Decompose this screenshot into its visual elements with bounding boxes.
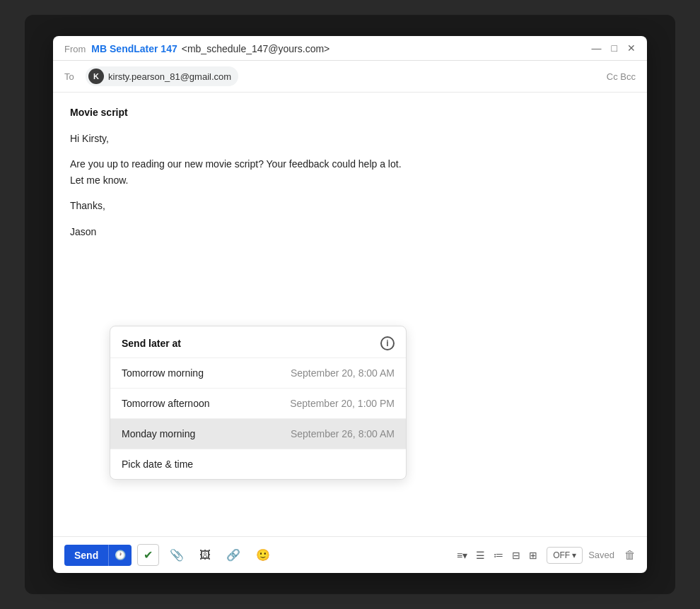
email-line2: Are you up to reading our new movie scri… — [70, 158, 402, 170]
image-button[interactable]: 🖼 — [194, 545, 216, 565]
email-thanks: Thanks, — [70, 198, 630, 213]
link-icon: 🔗 — [226, 549, 240, 561]
send-clock-button[interactable]: 🕐 — [108, 545, 132, 566]
email-body: Movie script Hi Kirsty, Are you up to re… — [53, 93, 647, 536]
option-label-1: Tomorrow afternoon — [122, 398, 210, 409]
email-greeting: Hi Kirsty, — [70, 131, 630, 146]
cc-bcc-button[interactable]: Cc Bcc — [607, 71, 636, 82]
sender-name: MB SendLater 147 — [91, 43, 177, 54]
email-subject: Movie script — [70, 107, 630, 118]
minimize-button[interactable]: — — [592, 43, 602, 53]
maximize-button[interactable]: □ — [612, 43, 617, 53]
attachment-icon: 📎 — [170, 549, 184, 561]
email-line3: Let me know. — [70, 175, 129, 186]
email-content: Are you up to reading our new movie scri… — [70, 156, 630, 188]
send-later-header: Send later at i — [110, 326, 406, 358]
trash-icon: 🗑 — [624, 549, 636, 561]
image-icon: 🖼 — [199, 549, 211, 561]
to-row: To K kirsty.pearson_81@gmail.com Cc Bcc — [53, 61, 647, 93]
info-icon[interactable]: i — [380, 336, 395, 350]
recipient-chip[interactable]: K kirsty.pearson_81@gmail.com — [86, 66, 238, 86]
indent-decrease-button[interactable]: ⊟ — [508, 547, 524, 564]
align-button[interactable]: ≡▾ — [453, 547, 471, 564]
option-label-2: Monday morning — [122, 428, 195, 439]
emoji-button[interactable]: 🙂 — [251, 545, 275, 565]
off-toggle[interactable]: OFF ▾ — [547, 547, 583, 564]
window-wrapper: From MB SendLater 147 <mb_schedule_147@y… — [25, 15, 675, 594]
email-text: Hi Kirsty, Are you up to reading our new… — [70, 131, 630, 240]
toolbar-format-group: ≡▾ ☰ ≔ ⊟ ⊞ — [453, 547, 541, 564]
from-label: From — [64, 44, 86, 54]
saved-label: Saved — [588, 550, 614, 560]
option-date-0: September 20, 8:00 AM — [291, 367, 395, 379]
to-label: To — [64, 71, 78, 82]
option-date-1: September 20, 1:00 PM — [290, 398, 395, 409]
option-label-3: Pick date & time — [122, 459, 193, 470]
avatar: K — [88, 69, 104, 84]
title-bar: From MB SendLater 147 <mb_schedule_147@y… — [53, 36, 647, 61]
delete-button[interactable]: 🗑 — [624, 549, 636, 562]
check-button[interactable]: ✔ — [137, 544, 159, 566]
close-button[interactable]: ✕ — [627, 43, 636, 53]
indent-increase-button[interactable]: ⊞ — [525, 547, 541, 564]
send-button[interactable]: Send — [64, 545, 108, 566]
list-item[interactable]: Tomorrow morning September 20, 8:00 AM — [110, 358, 406, 389]
link-button[interactable]: 🔗 — [221, 545, 245, 565]
attachment-button[interactable]: 📎 — [165, 545, 189, 565]
recipient-email: kirsty.pearson_81@gmail.com — [108, 71, 231, 82]
bullet-list-button[interactable]: ☰ — [472, 547, 489, 564]
off-label: OFF — [553, 550, 570, 560]
window-controls: — □ ✕ — [592, 43, 636, 53]
list-item[interactable]: Tomorrow afternoon September 20, 1:00 PM — [110, 389, 406, 419]
emoji-icon: 🙂 — [256, 549, 270, 561]
send-later-panel: Send later at i Tomorrow morning Septemb… — [110, 326, 407, 480]
chevron-down-icon: ▾ — [572, 550, 576, 560]
send-later-title: Send later at — [122, 338, 181, 349]
clock-icon: 🕐 — [115, 550, 126, 560]
email-signature: Jason — [70, 224, 630, 240]
send-later-list: Tomorrow morning September 20, 8:00 AM T… — [110, 358, 406, 479]
list-item-selected[interactable]: Monday morning September 26, 8:00 AM — [110, 419, 406, 449]
toolbar: Send 🕐 ✔ 📎 🖼 🔗 🙂 ≡▾ — [53, 536, 647, 573]
option-date-2: September 26, 8:00 AM — [291, 428, 395, 439]
check-icon: ✔ — [144, 549, 153, 561]
send-button-group: Send 🕐 — [64, 545, 132, 566]
email-window: From MB SendLater 147 <mb_schedule_147@y… — [53, 36, 647, 573]
list-item[interactable]: Pick date & time — [110, 449, 406, 479]
option-label-0: Tomorrow morning — [122, 367, 204, 379]
number-list-button[interactable]: ≔ — [490, 547, 507, 564]
sender-email: <mb_schedule_147@yours.com> — [182, 43, 330, 54]
